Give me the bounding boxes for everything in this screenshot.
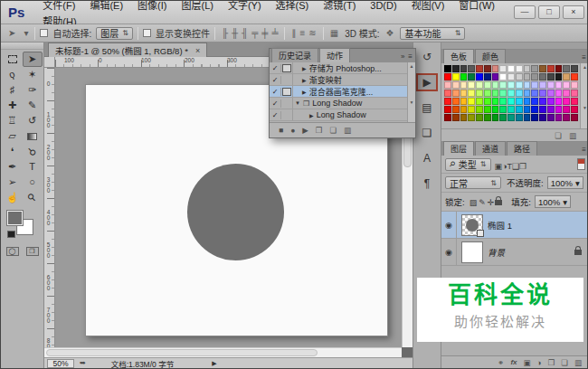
- swatch[interactable]: [555, 98, 563, 105]
- panel-menu-icon[interactable]: ≡: [582, 53, 586, 62]
- layer-style-button[interactable]: fx: [510, 358, 517, 366]
- swatch[interactable]: [531, 65, 538, 72]
- panel-menu-icon[interactable]: ≡: [408, 52, 413, 61]
- tool-ellipse-shape[interactable]: ○: [23, 175, 43, 190]
- swatch[interactable]: [555, 81, 563, 89]
- blend-mode-dropdown[interactable]: 正常⇅: [445, 176, 501, 189]
- tool-blur[interactable]: ❛: [3, 144, 23, 159]
- swatch[interactable]: [452, 106, 460, 113]
- swatch[interactable]: [555, 106, 563, 113]
- panel-icon-history[interactable]: ↺: [416, 48, 438, 66]
- swatch[interactable]: [460, 73, 468, 80]
- menu-item[interactable]: 文字(Y): [221, 0, 269, 11]
- menu-item[interactable]: 图层(L): [174, 0, 220, 11]
- swatch[interactable]: [516, 114, 523, 121]
- layer-row[interactable]: ◉椭圆 1: [441, 212, 588, 239]
- export-icon[interactable]: ➥: [80, 359, 86, 367]
- align-icon[interactable]: ╧: [270, 28, 280, 38]
- quick-mask-button[interactable]: ◯: [6, 247, 19, 256]
- swatch[interactable]: [507, 98, 515, 105]
- ruler-corner[interactable]: [44, 57, 55, 68]
- tool-eraser[interactable]: ▱: [3, 128, 23, 144]
- align-icon[interactable]: ╢: [240, 28, 250, 38]
- dialog-toggle[interactable]: [281, 109, 293, 120]
- align-icon[interactable]: ╪: [260, 28, 270, 38]
- new-layer-button[interactable]: ❏: [561, 358, 568, 367]
- tool-gradient[interactable]: [23, 128, 43, 144]
- scrollbar-thumb[interactable]: [46, 349, 318, 356]
- swatch[interactable]: [507, 90, 515, 97]
- tool-move[interactable]: ➤: [23, 52, 43, 67]
- swatch[interactable]: [547, 73, 555, 80]
- expand-arrow-icon[interactable]: ▶: [302, 89, 307, 95]
- status-options-arrow-icon[interactable]: ▶: [212, 360, 216, 367]
- expand-arrow-icon[interactable]: ▶: [309, 112, 314, 118]
- swatch[interactable]: [460, 81, 468, 89]
- swatch[interactable]: [468, 114, 475, 121]
- tool-dodge[interactable]: ⚲: [23, 144, 43, 159]
- layers-tab[interactable]: 通道: [475, 141, 506, 156]
- dialog-toggle[interactable]: [281, 98, 293, 109]
- swatch[interactable]: [571, 114, 578, 121]
- swatch[interactable]: [468, 106, 475, 113]
- lock-option-icon[interactable]: ✎: [478, 198, 487, 207]
- swatch[interactable]: [499, 81, 507, 89]
- panel-icon-brush-presets[interactable]: ❏: [416, 124, 438, 142]
- panel-icon-clone-source[interactable]: ▤: [416, 99, 438, 117]
- swatches-scrollbar[interactable]: ▲▼: [580, 63, 588, 128]
- swatch[interactable]: [516, 90, 523, 97]
- close-button[interactable]: ×: [563, 5, 584, 19]
- swatches-tab[interactable]: 色板: [443, 49, 474, 63]
- minimize-button[interactable]: —: [514, 5, 536, 19]
- swatch[interactable]: [539, 98, 546, 105]
- layers-tab[interactable]: 路径: [507, 141, 537, 156]
- filter-toggle-switch[interactable]: [577, 158, 585, 170]
- maximize-button[interactable]: □: [538, 5, 560, 19]
- swatch[interactable]: [468, 90, 475, 97]
- swatch[interactable]: [563, 90, 570, 97]
- swatch[interactable]: [531, 106, 538, 113]
- tool-lasso[interactable]: ϙ: [3, 67, 23, 82]
- swatch[interactable]: [476, 90, 483, 97]
- action-row[interactable]: ✓▶渐变映射: [270, 74, 415, 86]
- swatch[interactable]: [571, 98, 578, 105]
- swatch[interactable]: [524, 90, 531, 97]
- tool-preset-arrow-icon[interactable]: ▾: [22, 28, 30, 38]
- swatch[interactable]: [516, 73, 523, 80]
- swatch[interactable]: [499, 106, 507, 113]
- action-check-icon[interactable]: ✓: [270, 64, 281, 72]
- visibility-eye-icon[interactable]: ◉: [441, 212, 457, 238]
- swatch[interactable]: [516, 106, 523, 113]
- swatch[interactable]: [539, 65, 546, 72]
- swatch[interactable]: [460, 106, 468, 113]
- collapse-panel-icon[interactable]: »: [401, 52, 404, 61]
- lock-option-icon[interactable]: ▨: [469, 198, 479, 207]
- swatch[interactable]: [524, 65, 531, 72]
- new-action-button[interactable]: ❏: [329, 126, 337, 135]
- menu-item[interactable]: 窗口(W): [451, 0, 502, 11]
- delete-action-button[interactable]: ▥: [344, 126, 351, 135]
- swatch[interactable]: [507, 114, 515, 121]
- menu-item[interactable]: 3D(D): [363, 0, 403, 11]
- tool-type[interactable]: T: [23, 159, 43, 175]
- filter-kind-icon[interactable]: ▣: [495, 162, 503, 171]
- swatch[interactable]: [460, 98, 468, 105]
- workspace-dropdown[interactable]: 基本功能⇅: [400, 27, 465, 40]
- swatch[interactable]: [547, 81, 555, 89]
- distribute-icon[interactable]: ≡: [298, 28, 307, 38]
- new-swatch-button[interactable]: ❏: [555, 131, 562, 140]
- move-tool-icon[interactable]: ➤: [6, 28, 17, 38]
- swatch[interactable]: [539, 73, 546, 80]
- swatch[interactable]: [484, 90, 491, 97]
- swatch[interactable]: [492, 81, 499, 89]
- swatch[interactable]: [499, 73, 507, 80]
- swatch[interactable]: [492, 90, 499, 97]
- swatch[interactable]: [547, 114, 555, 121]
- swatch[interactable]: [524, 73, 531, 80]
- swatch[interactable]: [555, 114, 563, 121]
- swatch[interactable]: [452, 81, 460, 89]
- action-check-icon[interactable]: ✓: [270, 111, 281, 119]
- panel-icon-paragraph[interactable]: ¶: [416, 175, 438, 193]
- swatch[interactable]: [555, 90, 563, 97]
- swatch[interactable]: [539, 81, 546, 89]
